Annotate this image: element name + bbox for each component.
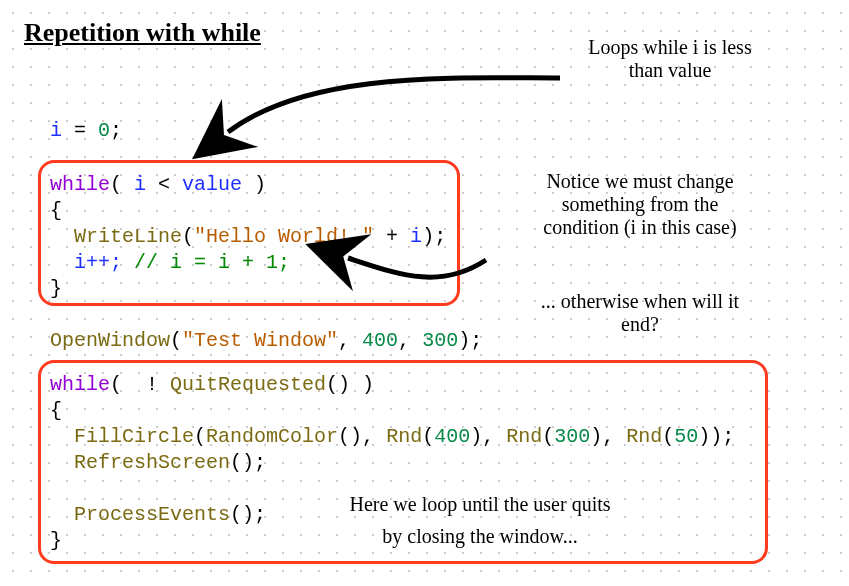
tok-rc1: ): [470, 425, 482, 448]
tok-50: 50: [674, 425, 698, 448]
tok-rnd1: Rnd: [386, 425, 422, 448]
annotation-3: ... otherwise when will itend?: [480, 290, 800, 336]
tok-indent1: [50, 225, 74, 248]
tok-300a: 300: [422, 329, 458, 352]
tok-s1: ;: [434, 225, 446, 248]
tok-rc3: ): [698, 425, 710, 448]
tok-not: !: [134, 373, 170, 396]
tok-hello: "Hello World! ": [194, 225, 374, 248]
code-openwindow: OpenWindow("Test Window", 400, 300);: [50, 328, 482, 354]
tok-plus: +: [374, 225, 410, 248]
annotation-2: Notice we must changesomething from thec…: [490, 170, 790, 239]
tok-bc2: }: [50, 529, 62, 552]
tok-indent2: [50, 251, 74, 274]
tok-i5: [50, 503, 74, 526]
tok-value: value: [182, 173, 242, 196]
tok-c5: ,: [602, 425, 626, 448]
tok-pep: (): [230, 503, 254, 526]
tok-testwin: "Test Window": [182, 329, 338, 352]
tok-bo: {: [50, 199, 62, 222]
tok-rcp: (): [338, 425, 362, 448]
tok-rc2: ): [590, 425, 602, 448]
tok-ro2: (: [542, 425, 554, 448]
tok-rnd2: Rnd: [506, 425, 542, 448]
tok-rfp: (): [230, 451, 254, 474]
tok-p1: (: [182, 225, 194, 248]
tok-zero: 0: [98, 119, 110, 142]
tok-s4: ;: [254, 451, 266, 474]
page-title: Repetition with while: [24, 18, 261, 48]
tok-bo2: {: [50, 399, 62, 422]
tok-ro1: (: [422, 425, 434, 448]
tok-process: ProcessEvents: [74, 503, 230, 526]
tok-rp: ): [242, 173, 266, 196]
tok-openwin: OpenWindow: [50, 329, 170, 352]
tok-s3: ;: [722, 425, 734, 448]
tok-eq: =: [62, 119, 98, 142]
tok-fillcircle: FillCircle: [74, 425, 194, 448]
tok-i: i: [50, 119, 62, 142]
tok-c2: ,: [398, 329, 422, 352]
code-loop1: while( i < value ) { WriteLine("Hello Wo…: [50, 172, 446, 302]
tok-c3: ,: [362, 425, 386, 448]
tok-rnd3: Rnd: [626, 425, 662, 448]
tok-i4: [50, 451, 74, 474]
annotation-4: Here we loop until the user quitsby clos…: [260, 488, 700, 552]
tok-ci: i: [134, 173, 146, 196]
tok-fp1: (: [194, 425, 206, 448]
tok-lt: <: [146, 173, 182, 196]
tok-refresh: RefreshScreen: [74, 451, 230, 474]
tok-randcolor: RandomColor: [206, 425, 338, 448]
tok-lp: (: [110, 173, 134, 196]
tok-ep: (): [326, 373, 350, 396]
tok-op1: (: [170, 329, 182, 352]
tok-c4: ,: [482, 425, 506, 448]
tok-wi: i: [410, 225, 422, 248]
tok-lp2: (: [110, 373, 134, 396]
tok-c1: ,: [338, 329, 362, 352]
tok-writeline: WriteLine: [74, 225, 182, 248]
tok-i3: [50, 425, 74, 448]
tok-400a: 400: [362, 329, 398, 352]
tok-while: while: [50, 173, 110, 196]
tok-p2: ): [422, 225, 434, 248]
tok-bc: }: [50, 277, 62, 300]
tok-while2: while: [50, 373, 110, 396]
annotation-1: Loops while i is lessthan value: [540, 36, 800, 82]
tok-inc: i++;: [74, 251, 122, 274]
tok-semi: ;: [110, 119, 122, 142]
code-init: i = 0;: [50, 118, 122, 144]
tok-comment: // i = i + 1;: [122, 251, 290, 274]
arrow-1: [228, 78, 560, 132]
tok-quit: QuitRequested: [170, 373, 326, 396]
tok-ro3: (: [662, 425, 674, 448]
tok-op2: ): [458, 329, 470, 352]
tok-rp2: ): [350, 373, 374, 396]
tok-fp2: ): [710, 425, 722, 448]
tok-300b: 300: [554, 425, 590, 448]
tok-400b: 400: [434, 425, 470, 448]
